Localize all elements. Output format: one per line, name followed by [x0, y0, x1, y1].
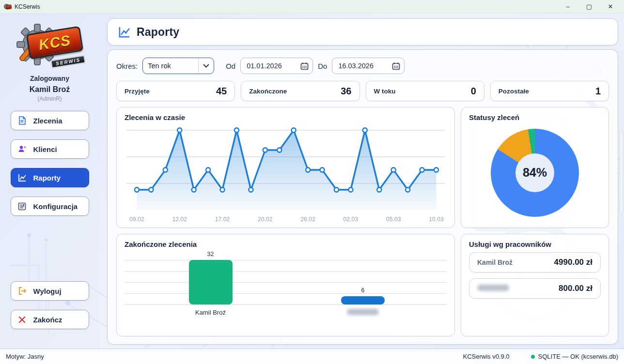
sidebar-item-zlecenia[interactable]: Zlecenia — [11, 111, 89, 130]
page-header: Raporty — [107, 18, 618, 46]
employee-name: Kamil Broź — [477, 258, 513, 266]
close-x-icon — [18, 315, 27, 324]
employee-rows: Kamil Broź4990.00 zł800.00 zł — [469, 252, 601, 299]
sidebar-item-raporty[interactable]: Raporty — [11, 168, 89, 187]
main-area: Raporty Okres: Ten rok — [99, 14, 624, 349]
sidebar-item-klienci[interactable]: Klienci — [11, 139, 89, 159]
chevron-down-icon — [198, 58, 214, 74]
config-icon — [18, 202, 27, 211]
theme-status: Motyw: Jasny — [6, 353, 44, 360]
close-button[interactable]: ✕ — [600, 0, 621, 13]
logout-label: Wyloguj — [33, 287, 62, 295]
donut-center-label: 84% — [523, 166, 547, 180]
period-label: Okres: — [116, 62, 138, 70]
date-from-input[interactable]: 01.01.2026 — [240, 58, 313, 74]
scrollbar-thumb[interactable] — [620, 131, 623, 213]
app-logo-icon — [4, 3, 12, 11]
document-icon — [18, 116, 27, 125]
charts-row-1: Zlecenia w czasie — [116, 107, 609, 228]
stat-tile-w-toku: W toku 0 — [366, 81, 484, 101]
to-label: Do — [318, 62, 327, 70]
redacted-label — [477, 285, 509, 291]
employee-services-card: Usługi wg pracowników Kamil Broź4990.00 … — [461, 234, 609, 336]
period-value: Ten rok — [148, 62, 171, 70]
sidebar-item-konfiguracja[interactable]: Konfiguracja — [11, 197, 89, 216]
stat-label: Zakończone — [249, 88, 287, 95]
minimize-button[interactable]: – — [557, 0, 578, 13]
pie-chart-card: Statusy zleceń 84% — [461, 107, 609, 228]
stat-tile-pozostale: Pozostałe 1 — [490, 81, 609, 101]
line-chart-title: Zlecenia w czasie — [125, 113, 447, 121]
employee-row: Kamil Broź4990.00 zł — [469, 252, 601, 273]
login-status-label: Zalogowany — [30, 75, 70, 82]
date-from-value: 01.01.2026 — [247, 62, 282, 70]
from-label: Od — [226, 62, 235, 70]
stat-label: Przyjęte — [125, 88, 150, 95]
stat-label: W toku — [374, 88, 396, 95]
stats-row: Przyjęte 45 Zakończone 36 W toku 0 Pozos… — [116, 81, 609, 101]
statusbar: Motyw: Jasny KCSerwis v0.9.0 SQLITE — OK… — [0, 349, 624, 364]
window-title: KCSerwis — [15, 3, 40, 10]
page-title: Raporty — [137, 26, 179, 39]
chart-icon — [18, 173, 27, 182]
exit-button[interactable]: Zakończ — [11, 310, 89, 329]
employee-row: 800.00 zł — [469, 278, 601, 299]
sidebar: KCS SERWIS Zalogowany Kamil Broź (AdminR… — [0, 14, 99, 349]
user-role: (AdminR) — [30, 95, 70, 102]
exit-label: Zakończ — [33, 316, 62, 324]
charts-row-2: Zakończone zlecenia 32Kamil Broź6 Usługi… — [116, 234, 609, 336]
bar-value: 6 — [361, 287, 365, 294]
svg-text:02.03: 02.03 — [343, 216, 359, 223]
chart-icon — [118, 26, 131, 38]
bar-category-label: Kamil Broź — [195, 309, 226, 316]
sidebar-item-label: Zlecenia — [33, 117, 62, 125]
date-to-input[interactable]: 16.03.2026 — [332, 58, 405, 74]
employee-amount: 800.00 zł — [559, 284, 593, 293]
period-select[interactable]: Ten rok — [142, 58, 214, 74]
app-window: KCSerwis – ▢ ✕ — [0, 0, 624, 364]
reports-panel: Okres: Ten rok Od 01.01.2026 D — [107, 49, 618, 345]
redacted-label — [347, 309, 379, 315]
titlebar: KCSerwis – ▢ ✕ — [0, 0, 624, 14]
donut-chart: 84% — [491, 129, 579, 217]
donut-center: 84% — [515, 153, 554, 192]
stat-value: 45 — [216, 86, 227, 97]
bar-category-label — [347, 309, 379, 317]
svg-text:26.02: 26.02 — [300, 216, 315, 223]
calendar-icon[interactable] — [392, 62, 400, 70]
clients-icon — [18, 145, 27, 153]
date-to-value: 16.03.2026 — [338, 62, 374, 70]
sidebar-bottom-nav: Wyloguj Zakończ — [0, 281, 99, 329]
logout-button[interactable]: Wyloguj — [11, 281, 89, 301]
bar-0 — [189, 260, 233, 304]
line-chart-card: Zlecenia w czasie — [116, 107, 455, 228]
bar-chart: 32Kamil Broź6 — [125, 251, 447, 330]
sidebar-nav: Zlecenia Klienci Raporty — [0, 111, 99, 216]
db-status-label: SQLITE — OK (kcserwis.db) — [538, 353, 618, 360]
svg-text:12.02: 12.02 — [172, 216, 187, 223]
bar-value: 32 — [207, 251, 214, 258]
stat-value: 0 — [471, 86, 476, 97]
bar-1 — [341, 296, 385, 304]
line-chart: 09.0212.0217.0220.0226.0202.0305.0310.03 — [125, 123, 447, 226]
sidebar-item-label: Klienci — [33, 145, 57, 153]
user-block: Zalogowany Kamil Broź (AdminR) — [30, 75, 70, 102]
kcs-serwis-logo: KCS SERWIS — [11, 19, 89, 72]
maximize-button[interactable]: ▢ — [578, 0, 600, 13]
employee-name — [477, 285, 509, 292]
sidebar-item-label: Konfiguracja — [33, 202, 78, 211]
filter-row: Okres: Ten rok Od 01.01.2026 D — [116, 58, 609, 74]
bar-chart-card: Zakończone zlecenia 32Kamil Broź6 — [116, 234, 455, 336]
svg-text:09.02: 09.02 — [129, 216, 144, 223]
stat-value: 36 — [341, 86, 351, 97]
version-label: KCSerwis v0.9.0 — [463, 353, 509, 360]
svg-text:20.02: 20.02 — [258, 216, 273, 223]
svg-text:10.03: 10.03 — [429, 216, 444, 223]
calendar-icon[interactable] — [300, 62, 309, 70]
svg-text:17.02: 17.02 — [215, 216, 230, 223]
employee-services-title: Usługi wg pracowników — [469, 240, 601, 248]
stat-tile-zakonczone: Zakończone 36 — [241, 81, 359, 101]
stat-value: 1 — [595, 86, 601, 97]
pie-chart-title: Statusy zleceń — [469, 113, 601, 121]
stat-label: Pozostałe — [499, 88, 529, 95]
